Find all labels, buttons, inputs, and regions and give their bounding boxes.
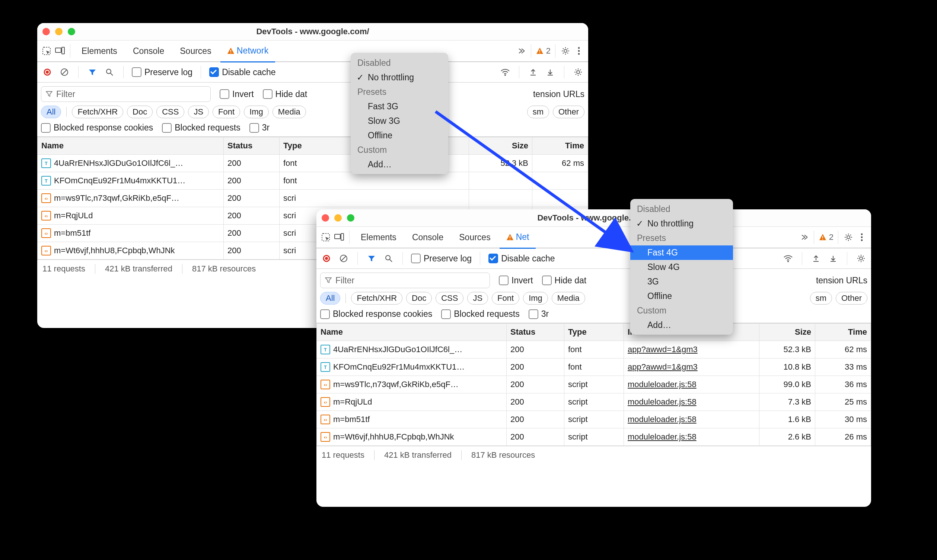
- filter-input[interactable]: Filter: [320, 272, 490, 288]
- clear-icon[interactable]: [338, 253, 349, 264]
- invert-checkbox[interactable]: Invert: [220, 89, 254, 99]
- network-settings-gear-icon[interactable]: [573, 66, 584, 78]
- zoom-icon[interactable]: [347, 214, 354, 222]
- minimize-icon[interactable]: [55, 28, 63, 35]
- warnings-count[interactable]: 2: [829, 232, 834, 242]
- tab-network[interactable]: Network: [221, 40, 275, 63]
- settings-gear-icon[interactable]: [843, 232, 854, 243]
- chip-media[interactable]: Media: [273, 106, 306, 118]
- cell-initiator[interactable]: moduleloader.js:58: [624, 411, 759, 428]
- clear-icon[interactable]: [59, 66, 70, 78]
- table-row[interactable]: T4UaRrENHsxJlGDuGo1OIlJfC6l_…200fontapp?…: [317, 341, 871, 358]
- dd-slow4g[interactable]: Slow 4G: [630, 260, 733, 274]
- col-status[interactable]: Status: [224, 137, 279, 155]
- dd-no-throttling[interactable]: No throttling: [630, 216, 733, 231]
- wifi-icon[interactable]: [783, 253, 794, 264]
- chip-media[interactable]: Media: [552, 292, 585, 305]
- table-row[interactable]: ‹›m=ws9Tlc,n73qwf,GkRiKb,e5qF…200scri: [38, 190, 588, 207]
- extension-urls-label[interactable]: tension URLs: [533, 89, 585, 99]
- inspect-icon[interactable]: [41, 45, 52, 57]
- blocked-requests-checkbox[interactable]: Blocked requests: [162, 123, 240, 133]
- tab-elements[interactable]: Elements: [354, 227, 403, 248]
- blocked-requests-checkbox[interactable]: Blocked requests: [441, 309, 519, 319]
- device-icon[interactable]: [54, 45, 65, 57]
- blocked-cookies-checkbox[interactable]: Blocked response cookies: [41, 123, 153, 133]
- filter-icon[interactable]: [87, 66, 98, 78]
- chip-doc[interactable]: Doc: [127, 106, 153, 118]
- chip-all[interactable]: All: [41, 106, 61, 118]
- col-name[interactable]: Name: [317, 323, 507, 341]
- warnings-icon[interactable]: [819, 233, 827, 242]
- chip-js[interactable]: JS: [188, 106, 209, 118]
- filter-icon[interactable]: [366, 253, 377, 264]
- cell-initiator[interactable]: app?awwd=1&gm3: [624, 358, 759, 376]
- blocked-cookies-checkbox[interactable]: Blocked response cookies: [320, 309, 432, 319]
- chip-sm[interactable]: sm: [527, 106, 549, 118]
- table-row[interactable]: ‹›m=ws9Tlc,n73qwf,GkRiKb,e5qF…200scriptm…: [317, 376, 871, 394]
- col-time[interactable]: Time: [533, 137, 588, 155]
- overflow-tabs-icon[interactable]: [515, 45, 526, 57]
- chip-font[interactable]: Font: [492, 292, 519, 305]
- tab-network[interactable]: Net: [500, 227, 536, 249]
- network-settings-gear-icon[interactable]: [855, 253, 867, 264]
- device-icon[interactable]: [333, 232, 345, 243]
- download-icon[interactable]: [545, 66, 556, 78]
- inspect-icon[interactable]: [320, 232, 331, 243]
- cell-initiator[interactable]: moduleloader.js:58: [624, 394, 759, 411]
- hide-data-checkbox[interactable]: Hide dat: [263, 89, 307, 99]
- dd-3g[interactable]: 3G: [630, 274, 733, 289]
- dd-fast3g[interactable]: Fast 3G: [351, 99, 448, 114]
- settings-gear-icon[interactable]: [560, 45, 571, 57]
- table-row[interactable]: T4UaRrENHsxJlGDuGo1OIlJfC6l_…200font52.3…: [38, 155, 588, 172]
- minimize-icon[interactable]: [334, 214, 342, 222]
- table-row[interactable]: TKFOmCnqEu92Fr1Mu4mxKKTU1…200fontapp?aww…: [317, 358, 871, 376]
- chip-font[interactable]: Font: [213, 106, 240, 118]
- preserve-log-checkbox[interactable]: Preserve log: [132, 67, 193, 77]
- chip-js[interactable]: JS: [467, 292, 488, 305]
- preserve-log-checkbox[interactable]: Preserve log: [411, 254, 472, 264]
- col-status[interactable]: Status: [507, 323, 564, 341]
- tab-sources[interactable]: Sources: [173, 40, 218, 62]
- tab-console[interactable]: Console: [405, 227, 450, 248]
- dd-offline[interactable]: Offline: [630, 289, 733, 303]
- table-row[interactable]: ‹›m=bm51tf200scriptmoduleloader.js:581.6…: [317, 411, 871, 428]
- upload-icon[interactable]: [528, 66, 539, 78]
- chip-css[interactable]: CSS: [156, 106, 184, 118]
- col-size[interactable]: Size: [759, 323, 815, 341]
- disable-cache-checkbox[interactable]: Disable cache: [209, 67, 275, 77]
- search-icon[interactable]: [104, 66, 115, 78]
- more-icon[interactable]: [856, 232, 868, 243]
- chip-fetch[interactable]: Fetch/XHR: [72, 106, 123, 118]
- col-name[interactable]: Name: [38, 137, 224, 155]
- chip-sm[interactable]: sm: [810, 292, 832, 305]
- chip-all[interactable]: All: [320, 292, 340, 305]
- overflow-tabs-icon[interactable]: [798, 232, 809, 243]
- chip-fetch[interactable]: Fetch/XHR: [351, 292, 403, 305]
- table-row[interactable]: ‹›m=RqjULd200scriptmoduleloader.js:587.3…: [317, 394, 871, 411]
- close-icon[interactable]: [322, 214, 329, 222]
- thirdparty-checkbox[interactable]: 3r: [249, 123, 270, 133]
- extension-urls-label[interactable]: tension URLs: [816, 275, 868, 286]
- cell-initiator[interactable]: moduleloader.js:58: [624, 376, 759, 394]
- dd-slow3g[interactable]: Slow 3G: [351, 114, 448, 128]
- filter-input[interactable]: Filter: [41, 86, 211, 102]
- hide-data-checkbox[interactable]: Hide dat: [542, 275, 587, 286]
- chip-other[interactable]: Other: [553, 106, 585, 118]
- col-type[interactable]: Type: [564, 323, 624, 341]
- zoom-icon[interactable]: [68, 28, 75, 35]
- more-icon[interactable]: [573, 45, 585, 57]
- wifi-icon[interactable]: [500, 66, 511, 78]
- col-size[interactable]: Size: [469, 137, 533, 155]
- tab-console[interactable]: Console: [126, 40, 171, 62]
- chip-doc[interactable]: Doc: [406, 292, 432, 305]
- dd-fast4g[interactable]: Fast 4G: [630, 245, 733, 260]
- tab-sources[interactable]: Sources: [452, 227, 497, 248]
- disable-cache-checkbox[interactable]: Disable cache: [488, 254, 555, 264]
- warnings-icon[interactable]: [536, 47, 544, 55]
- table-row[interactable]: TKFOmCnqEu92Fr1Mu4mxKKTU1…200font: [38, 172, 588, 190]
- download-icon[interactable]: [827, 253, 839, 264]
- chip-other[interactable]: Other: [836, 292, 868, 305]
- cell-initiator[interactable]: moduleloader.js:58: [624, 428, 759, 446]
- dd-offline[interactable]: Offline: [351, 128, 448, 143]
- search-icon[interactable]: [383, 253, 394, 264]
